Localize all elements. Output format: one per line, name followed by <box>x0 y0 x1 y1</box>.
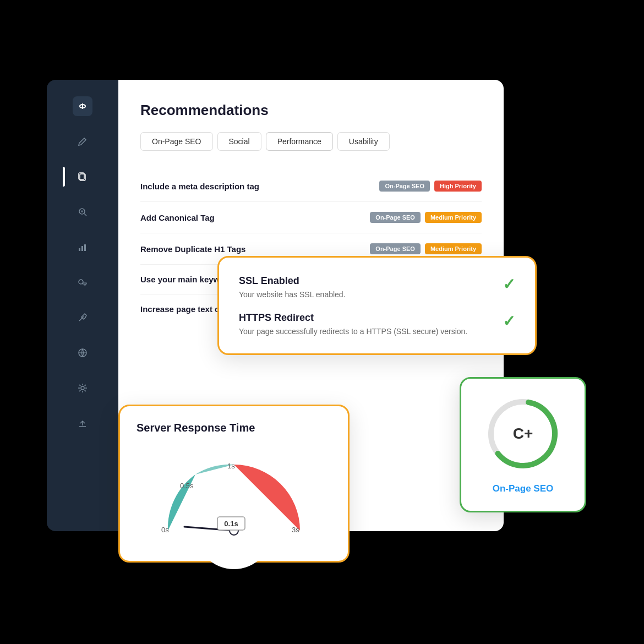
svg-rect-3 <box>79 248 80 251</box>
ssl-desc-1: Your website has SSL enabled. <box>239 290 346 299</box>
grade-card: C+ On-Page SEO <box>460 377 586 512</box>
badge-on-page-seo-3: On-Page SEO <box>370 243 421 254</box>
rec-title-2: Add Canonical Tag <box>140 213 215 222</box>
tab-usability[interactable]: Usability <box>337 132 390 151</box>
grade-letter: C+ <box>513 425 533 443</box>
rec-badges-2: On-Page SEO Medium Priority <box>370 212 482 223</box>
key-icon[interactable] <box>73 272 92 292</box>
ssl-item-2: HTTPS Redirect Your page successfully re… <box>239 312 515 336</box>
tab-performance[interactable]: Performance <box>266 132 333 151</box>
search-zoom-icon[interactable] <box>73 202 92 222</box>
svg-rect-4 <box>81 246 83 251</box>
copy-icon[interactable] <box>73 167 92 187</box>
tool-icon[interactable] <box>73 308 92 328</box>
ssl-check-2: ✓ <box>503 312 515 330</box>
globe-icon[interactable] <box>73 343 92 363</box>
badge-medium-priority-2: Medium Priority <box>425 212 482 223</box>
badge-on-page-seo-1: On-Page SEO <box>379 181 430 192</box>
bar-chart-icon[interactable] <box>73 237 92 257</box>
rec-row-1: Include a meta description tag On-Page S… <box>140 171 482 202</box>
ssl-desc-2: Your page successfully redirects to a HT… <box>239 327 467 336</box>
svg-rect-5 <box>84 244 86 251</box>
settings-icon[interactable] <box>73 378 92 398</box>
edit-icon[interactable] <box>73 132 92 151</box>
rec-title-3: Remove Duplicate H1 Tags <box>140 244 245 254</box>
badge-on-page-seo-2: On-Page SEO <box>370 212 421 223</box>
ssl-title-1: SSL Enabled <box>239 275 346 287</box>
tabs-container: On-Page SEO Social Performance Usability <box>140 132 482 151</box>
grade-label: On-Page SEO <box>493 483 554 494</box>
rec-badges-1: On-Page SEO High Priority <box>379 181 482 192</box>
rec-row-2: Add Canonical Tag On-Page SEO Medium Pri… <box>140 202 482 233</box>
upload-icon[interactable] <box>73 413 92 433</box>
gauge-label-half: 0.5s <box>180 482 194 490</box>
gauge-label-0s: 0s <box>161 526 169 534</box>
gauge-container: 0s 0.5s 1s 3s 0.1s <box>146 445 322 544</box>
ssl-title-2: HTTPS Redirect <box>239 312 467 324</box>
gauge-value-text: 0.1s <box>224 520 238 528</box>
badge-medium-priority-3: Medium Priority <box>425 243 482 254</box>
rec-title-1: Include a meta description tag <box>140 182 259 191</box>
server-response-card: Server Response Time 0s 0.5s 1s 3s <box>118 405 350 563</box>
ssl-item-1: SSL Enabled Your website has SSL enabled… <box>239 275 515 299</box>
badge-high-priority-1: High Priority <box>434 181 482 192</box>
rec-badges-3: On-Page SEO Medium Priority <box>370 243 482 254</box>
sidebar-logo[interactable] <box>73 96 92 116</box>
ssl-check-1: ✓ <box>503 275 515 293</box>
page-title: Recommendations <box>140 102 482 119</box>
ssl-card: SSL Enabled Your website has SSL enabled… <box>217 256 537 355</box>
tab-social[interactable]: Social <box>217 132 261 151</box>
server-card-title: Server Response Time <box>137 422 331 434</box>
svg-point-8 <box>81 386 84 390</box>
grade-circle: C+ <box>484 395 561 472</box>
gauge-label-1s: 1s <box>227 462 235 470</box>
sidebar <box>47 80 118 531</box>
tab-on-page-seo[interactable]: On-Page SEO <box>140 132 213 151</box>
gauge-label-3s: 3s <box>292 526 299 534</box>
gauge-svg: 0s 0.5s 1s 3s 0.1s <box>146 445 322 542</box>
